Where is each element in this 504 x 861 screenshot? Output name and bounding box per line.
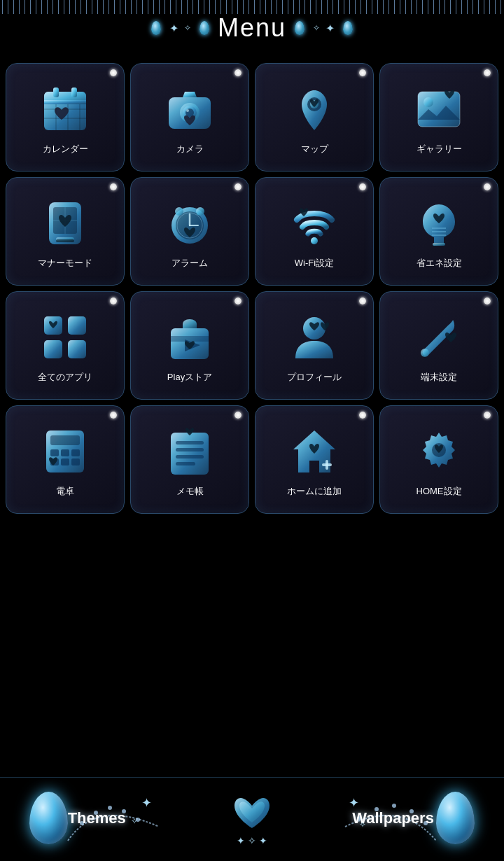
wallpapers-sparkle-2: ✧ [359, 820, 366, 830]
header-sparkles: ✦ ✧ Menu ✧ ✦ [148, 13, 356, 43]
play-icon-container [162, 309, 218, 365]
wifi-label: Wi-Fi設定 [295, 257, 334, 270]
profile-icon-container [286, 309, 342, 365]
apps-label: 全てのアプリ [38, 371, 92, 384]
header-decoration [0, 0, 504, 14]
grid-item-manner[interactable]: マナーモード [6, 177, 125, 286]
power-icon [414, 199, 463, 248]
svg-rect-58 [176, 455, 204, 458]
svg-rect-40 [44, 340, 62, 358]
grid-item-apps[interactable]: 全てのアプリ [6, 291, 125, 400]
themes-sparkle-1: ✦ [141, 795, 152, 811]
svg-rect-53 [61, 458, 69, 465]
svg-rect-17 [418, 92, 460, 127]
themes-button[interactable]: Themes ✦ ✧ [26, 785, 166, 855]
svg-rect-34 [433, 243, 445, 246]
center-decoration: ✦ ✧ ✦ [217, 793, 287, 846]
svg-point-19 [424, 97, 433, 107]
sparkle-2: ✧ [184, 23, 191, 33]
header: ✦ ✧ Menu ✧ ✦ [0, 0, 504, 56]
memo-icon-container [162, 424, 218, 479]
grid-item-power[interactable]: 省エネ設定 [379, 177, 498, 286]
apps-icon [41, 313, 90, 362]
drop-icon-2 [200, 21, 209, 35]
svg-point-32 [196, 207, 204, 216]
home-add-icon [290, 427, 339, 476]
memo-icon [165, 427, 214, 476]
grid-item-play[interactable]: Playストア [130, 291, 249, 400]
gallery-icon [414, 85, 463, 134]
calendar-icon [41, 85, 90, 134]
svg-point-33 [311, 237, 318, 244]
page-title: Menu [218, 13, 286, 43]
power-label: 省エネ設定 [416, 257, 462, 270]
wallpapers-button[interactable]: Wallpapers ✦ ✧ [338, 785, 478, 855]
camera-icon-container [162, 81, 218, 137]
svg-point-14 [186, 109, 189, 112]
grid-item-home-settings[interactable]: HOME設定 [379, 405, 498, 514]
calendar-label: カレンダー [43, 143, 88, 155]
alarm-icon [165, 199, 214, 248]
calendar-icon-container [37, 81, 93, 137]
calc-label: 電卓 [56, 485, 74, 498]
power-icon-container [411, 195, 467, 251]
home-settings-icon-container [411, 424, 467, 479]
grid-item-calendar[interactable]: カレンダー [6, 63, 125, 172]
grid-item-map[interactable]: マップ [255, 63, 374, 172]
memo-label: メモ帳 [176, 485, 204, 498]
grid-item-alarm[interactable]: アラーム [130, 177, 249, 286]
settings-icon-container [411, 309, 467, 365]
sparkle-4: ✦ [326, 22, 335, 35]
home-add-icon-container [286, 424, 342, 479]
app-grid: カレンダー カメラ [0, 56, 504, 521]
svg-rect-49 [50, 449, 59, 456]
svg-rect-54 [71, 458, 80, 465]
themes-label: Themes [68, 809, 126, 827]
grid-item-settings[interactable]: 端末設定 [379, 291, 498, 400]
calc-icon [41, 427, 90, 476]
svg-point-71 [392, 804, 396, 808]
svg-rect-59 [176, 462, 195, 465]
svg-rect-8 [53, 88, 59, 97]
svg-rect-25 [56, 239, 74, 242]
svg-point-46 [421, 349, 429, 357]
alarm-icon-container [162, 195, 218, 251]
grid-item-memo[interactable]: メモ帳 [130, 405, 249, 514]
wallpapers-sparkle-1: ✦ [349, 795, 359, 811]
home-add-label: ホームに追加 [287, 485, 342, 498]
manner-label: マナーモード [38, 257, 92, 270]
grid-item-gallery[interactable]: ギャラリー [379, 63, 498, 172]
play-label: Playストア [167, 371, 212, 384]
svg-point-31 [175, 207, 183, 216]
grid-item-camera[interactable]: カメラ [130, 63, 249, 172]
svg-rect-39 [68, 316, 86, 335]
wifi-icon-container [286, 195, 342, 251]
grid-item-calc[interactable]: 電卓 [6, 405, 125, 514]
svg-rect-56 [176, 441, 204, 444]
grid-item-wifi[interactable]: Wi-Fi設定 [255, 177, 374, 286]
svg-rect-55 [171, 433, 209, 475]
manner-icon-container [37, 195, 93, 251]
wifi-icon [290, 199, 339, 248]
grid-item-home-add[interactable]: ホームに追加 [255, 405, 374, 514]
apps-icon-container [37, 309, 93, 365]
profile-label: プロフィール [287, 371, 342, 384]
center-heart-icon [231, 793, 273, 835]
home-settings-label: HOME設定 [416, 485, 462, 498]
grid-item-profile[interactable]: プロフィール [255, 291, 374, 400]
drop-icon-3 [295, 21, 304, 35]
svg-rect-50 [61, 449, 69, 456]
alarm-label: アラーム [172, 257, 208, 270]
camera-label: カメラ [176, 143, 204, 155]
map-label: マップ [301, 143, 328, 155]
svg-rect-62 [326, 460, 328, 470]
settings-label: 端末設定 [421, 371, 457, 384]
svg-rect-43 [171, 336, 209, 342]
manner-icon [41, 199, 90, 248]
svg-rect-51 [71, 449, 80, 456]
bottom-bar: Themes ✦ ✧ ✦ ✧ ✦ Wallpapers ✦ ✧ [0, 777, 504, 861]
camera-icon [165, 85, 214, 134]
gallery-label: ギャラリー [416, 143, 462, 155]
drop-icon-1 [151, 21, 161, 35]
svg-rect-41 [68, 340, 86, 358]
